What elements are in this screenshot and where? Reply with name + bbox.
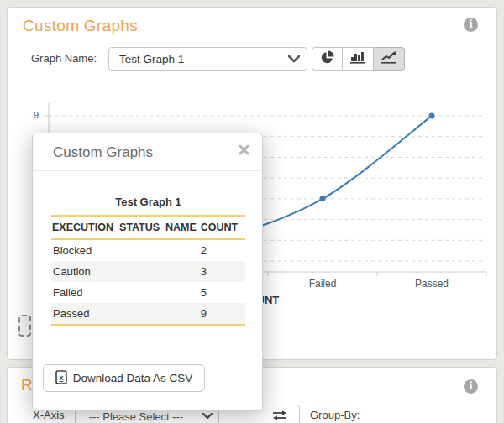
table-row: Failed5 <box>51 282 245 303</box>
cell-status: Caution <box>51 261 197 282</box>
cell-status: Passed <box>51 303 197 325</box>
modal-header: Custom Graphs <box>33 133 262 171</box>
chevron-down-icon <box>197 413 218 420</box>
table-header-row: EXECUTION_STATUS_NAME COUNT <box>51 216 245 239</box>
column-header-status: EXECUTION_STATUS_NAME <box>51 216 197 239</box>
swap-arrows-icon <box>272 410 287 423</box>
table-row: Caution3 <box>51 261 245 282</box>
bar-chart-button[interactable] <box>343 47 374 70</box>
graph-name-value: Test Graph 1 <box>109 53 281 65</box>
download-csv-button[interactable]: x Download Data As CSV <box>43 364 205 392</box>
chevron-down-icon <box>281 55 307 63</box>
pie-chart-button[interactable] <box>312 47 343 70</box>
cell-count: 9 <box>197 303 245 325</box>
table-row: Blocked2 <box>51 239 245 261</box>
swap-axes-button[interactable] <box>260 405 300 423</box>
column-header-count: COUNT <box>197 216 245 239</box>
excel-file-icon: x <box>55 370 67 387</box>
table-title: Test Graph 1 <box>51 196 245 208</box>
x-axis-label-passed: Passed <box>398 278 465 290</box>
info-icon[interactable]: i <box>464 18 478 32</box>
report-panel-title: R <box>21 376 33 394</box>
graph-name-select[interactable]: Test Graph 1 <box>108 47 307 70</box>
group-by-label: Group-By: <box>310 409 360 421</box>
cell-status: Failed <box>51 282 197 303</box>
cell-count: 2 <box>197 239 245 261</box>
data-table-section: Test Graph 1 EXECUTION_STATUS_NAME COUNT… <box>51 196 245 326</box>
bar-chart-icon <box>350 50 366 67</box>
x-axis-label-failed: Failed <box>289 278 356 290</box>
cell-count: 5 <box>197 282 245 303</box>
info-icon[interactable]: i <box>464 379 478 394</box>
modal-title: Custom Graphs <box>53 144 153 161</box>
results-table: EXECUTION_STATUS_NAME COUNT Blocked2Caut… <box>51 215 245 326</box>
line-chart-icon <box>381 50 397 67</box>
line-chart-button[interactable] <box>374 47 405 70</box>
cell-count: 3 <box>197 261 245 282</box>
pie-chart-icon <box>320 50 334 68</box>
close-icon[interactable] <box>239 144 250 155</box>
x-axis-select-value: --- Please Select --- <box>76 410 197 423</box>
table-row: Passed9 <box>51 303 245 325</box>
svg-text:x: x <box>59 373 63 382</box>
custom-graphs-modal: Custom Graphs Test Graph 1 EXECUTION_STA… <box>32 133 263 411</box>
y-axis-tick-label: 9 <box>34 110 39 120</box>
graph-name-label: Graph Name: <box>31 52 97 65</box>
cell-status: Blocked <box>51 239 197 261</box>
sidebar-drag-handle[interactable] <box>18 315 31 337</box>
chart-type-buttons <box>312 47 405 70</box>
download-csv-label: Download Data As CSV <box>73 372 193 384</box>
page-title: Custom Graphs <box>23 17 138 35</box>
